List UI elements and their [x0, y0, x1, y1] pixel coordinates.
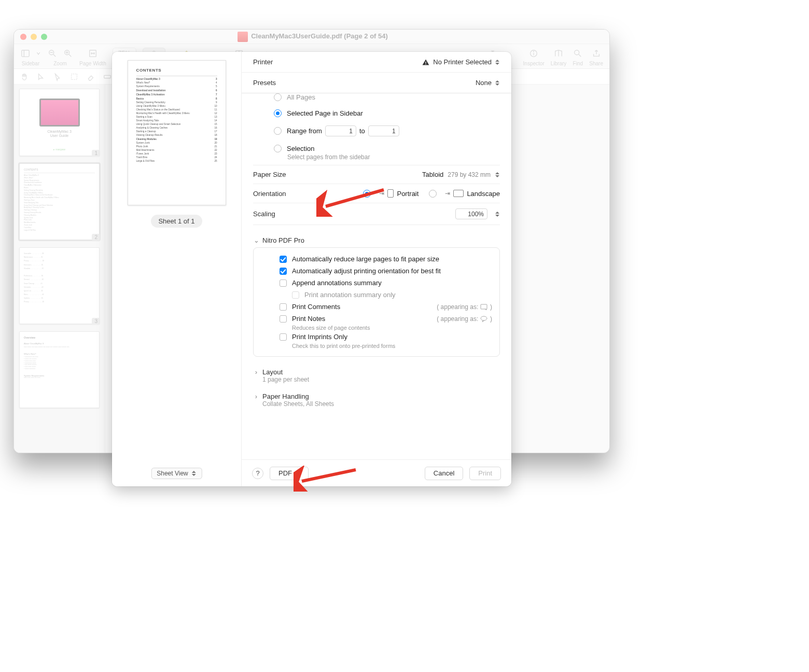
opt-append-sub: Print annotation summary only	[261, 289, 492, 301]
orientation-row: Orientation ⇥Portrait ⇥Landscape	[253, 184, 500, 203]
pages-all-option[interactable]: All Pages	[253, 93, 500, 105]
redact-icon[interactable]	[102, 72, 113, 81]
paper-handling-hint: Collate Sheets, All Sheets	[253, 400, 500, 408]
nitro-options: Automatically reduce large pages to fit …	[253, 247, 500, 357]
window-title: CleanMyMac3UserGuide.pdf (Page 2 of 54)	[251, 32, 388, 40]
print-preview-pane: CONTENTS About CleanMyMac 33What's New?4…	[112, 52, 242, 486]
svg-line-3	[53, 54, 56, 57]
svg-rect-36	[426, 61, 426, 63]
speech-bubble-icon	[480, 316, 489, 322]
print-dialog: CONTENTS About CleanMyMac 33What's New?4…	[112, 52, 511, 486]
page-thumbnails: CleanMyMac 3User Guide ▸ macpaw 1 CONTEN…	[14, 85, 105, 453]
pages-range-option[interactable]: Range from to	[253, 121, 500, 141]
svg-line-17	[579, 54, 581, 57]
find-button[interactable]: Find	[573, 47, 583, 66]
document-proxy-icon	[238, 32, 248, 42]
opt-print-notes[interactable]: Print Notes( appearing as: )	[261, 313, 492, 325]
stepper-icon[interactable]	[495, 212, 500, 217]
warning-icon	[422, 58, 430, 66]
scaling-row: Scaling	[253, 203, 500, 225]
svg-point-39	[481, 316, 487, 320]
sheet-counter: Sheet 1 of 1	[151, 215, 202, 228]
pages-selection-option[interactable]: Selection	[253, 141, 500, 152]
hand-tool-icon[interactable]	[19, 72, 30, 81]
opt-print-comments[interactable]: Print Comments( appearing as: )	[261, 301, 492, 313]
svg-rect-18	[72, 74, 77, 79]
window-titlebar: CleanMyMac3UserGuide.pdf (Page 2 of 54)	[14, 30, 609, 44]
nitro-section-header[interactable]: ⌄Nitro PDF Pro	[253, 232, 500, 244]
thumbnail-page-4[interactable]: Overview About CleanMyMac 3 xxxx xxxxx x…	[19, 331, 100, 408]
imprints-hint: Check this to print onto pre-printed for…	[261, 343, 492, 349]
thumbnail-page-3[interactable]: Uninstaller . . . . . . . . . . . . 30Ma…	[19, 247, 100, 324]
opt-imprints[interactable]: Print Imprints Only	[261, 331, 492, 343]
opt-reduce[interactable]: Automatically reduce large pages to fit …	[261, 253, 492, 265]
chevron-right-icon: ›	[253, 369, 259, 375]
share-icon	[591, 49, 602, 58]
print-preview-page: CONTENTS About CleanMyMac 33What's New?4…	[128, 60, 226, 205]
scaling-input[interactable]	[455, 208, 487, 219]
info-icon	[528, 49, 539, 58]
range-from-input[interactable]	[325, 125, 356, 136]
chevron-down-icon: ⌄	[253, 237, 259, 244]
printer-row[interactable]: Printer No Printer Selected	[242, 52, 511, 73]
paper-handling-section-header[interactable]: ›Paper Handling	[253, 388, 500, 400]
select-rect-icon[interactable]	[52, 72, 63, 81]
help-button[interactable]: ?	[252, 468, 263, 479]
svg-rect-19	[104, 75, 111, 78]
selection-hint: Select pages from the sidebar	[253, 152, 500, 165]
zoom-out-icon	[47, 49, 58, 58]
chevron-down-icon: ⌄	[296, 470, 300, 476]
paper-size-row[interactable]: Paper Size Tabloid279 by 432 mm	[253, 165, 500, 184]
landscape-icon	[453, 190, 464, 197]
note-box-icon	[480, 304, 489, 310]
svg-point-16	[575, 50, 579, 55]
orientation-landscape[interactable]: ⇥Landscape	[429, 190, 500, 198]
library-button[interactable]: Library	[551, 47, 567, 66]
layout-hint: 1 page per sheet	[253, 376, 500, 383]
chevron-updown-icon	[495, 172, 500, 177]
pdf-menu-button[interactable]: PDF ⌄	[270, 467, 309, 480]
chevron-right-icon: ›	[253, 394, 259, 400]
share-button[interactable]: Share	[589, 47, 603, 66]
presets-row[interactable]: Presets None	[242, 73, 511, 93]
inspector-button[interactable]: Inspector	[523, 47, 545, 66]
svg-line-6	[69, 54, 72, 57]
portrait-icon	[387, 189, 394, 198]
sheet-view-button[interactable]: Sheet View	[151, 468, 202, 479]
opt-auto-orient[interactable]: Automatically adjust printing orientatio…	[261, 265, 492, 277]
eraser-icon[interactable]	[86, 72, 96, 81]
zoom-in-icon	[63, 49, 73, 58]
print-button[interactable]: Print	[469, 467, 501, 480]
fullscreen-window-icon[interactable]	[41, 34, 47, 40]
thumbnail-page-2[interactable]: CONTENTS About CleanMyMac 3What's New?Sy…	[19, 163, 100, 240]
sidebar-toggle[interactable]: Sidebar	[20, 47, 41, 66]
zoom-controls[interactable]: Zoom	[47, 47, 73, 66]
search-icon	[573, 49, 583, 58]
chevron-updown-icon	[495, 80, 500, 86]
select-text-icon[interactable]	[36, 72, 46, 81]
library-icon	[553, 49, 564, 58]
select-area-icon[interactable]	[69, 72, 79, 81]
svg-point-14	[534, 51, 534, 52]
dialog-footer: ? PDF ⌄ Cancel Print	[242, 459, 511, 486]
pages-selected-option[interactable]: Selected Page in Sidebar	[253, 105, 500, 121]
notes-hint: Reduces size of page contents	[261, 325, 492, 331]
layout-section-header[interactable]: ›Layout	[253, 364, 500, 376]
minimize-window-icon[interactable]	[31, 34, 37, 40]
cancel-button[interactable]: Cancel	[425, 467, 463, 480]
svg-rect-38	[481, 304, 487, 309]
opt-append-annotations[interactable]: Append annotations summary	[261, 277, 492, 289]
page-width-button[interactable]: Page Width	[79, 47, 106, 66]
svg-rect-0	[22, 50, 29, 57]
svg-rect-37	[426, 64, 426, 64]
chevron-updown-icon	[495, 60, 500, 65]
range-to-input[interactable]	[368, 125, 399, 136]
thumbnail-page-1[interactable]: CleanMyMac 3User Guide ▸ macpaw 1	[19, 89, 100, 156]
orientation-portrait[interactable]: ⇥Portrait	[363, 189, 419, 198]
close-window-icon[interactable]	[20, 34, 26, 40]
